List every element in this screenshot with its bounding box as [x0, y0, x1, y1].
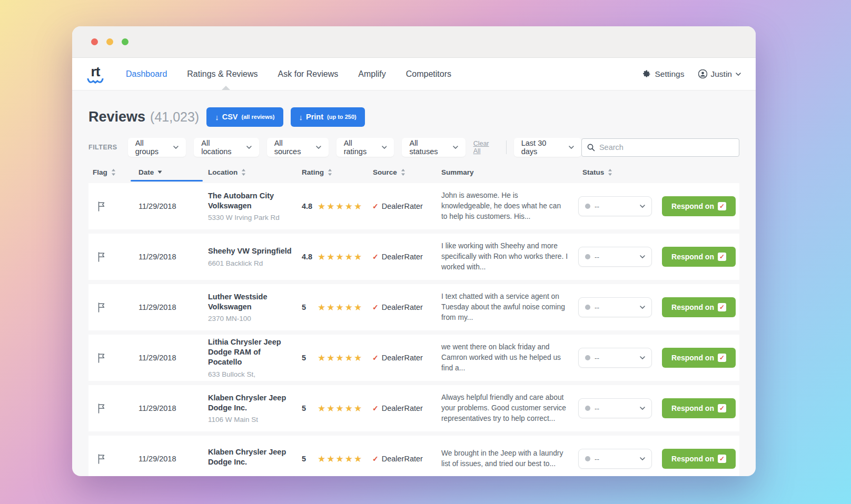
review-summary[interactable]: I like working with Sheehy and more spec…: [437, 241, 578, 273]
dealerrater-checkbox-icon: ✓: [718, 303, 726, 311]
flag-cell[interactable]: [88, 353, 131, 363]
reviews-count: (41,023): [150, 109, 199, 125]
flag-cell[interactable]: [88, 404, 131, 414]
respond-button[interactable]: Respond on ✓: [662, 196, 736, 216]
status-dropdown[interactable]: --: [578, 297, 652, 317]
date-range-filter[interactable]: Last 30 days: [514, 138, 581, 157]
nav-item-ratings-reviews[interactable]: Ratings & Reviews: [187, 69, 258, 79]
nav-item-ask-for-reviews[interactable]: Ask for Reviews: [278, 69, 339, 79]
flag-cell[interactable]: [88, 252, 131, 262]
respond-button[interactable]: Respond on ✓: [662, 247, 736, 267]
review-date: 11/29/2018: [131, 202, 203, 210]
export-csv-button[interactable]: ↓ CSV (all reviews): [206, 107, 283, 127]
status-dropdown[interactable]: --: [578, 247, 652, 267]
user-menu[interactable]: Justin: [698, 69, 741, 79]
filter-all-statuses[interactable]: All statuses: [402, 138, 465, 157]
status-cell: --: [578, 398, 657, 418]
column-label: Flag: [93, 168, 107, 176]
rating-value: 5: [302, 455, 314, 463]
status-dropdown[interactable]: --: [578, 348, 652, 368]
nav-item-dashboard[interactable]: Dashboard: [126, 69, 167, 79]
sort-icon: [328, 169, 332, 176]
download-icon: ↓: [299, 113, 303, 122]
status-dot-icon: [585, 406, 590, 411]
review-date: 11/29/2018: [131, 404, 203, 412]
print-button[interactable]: ↓ Print (up to 250): [291, 107, 365, 127]
close-window-button[interactable]: [91, 38, 98, 45]
chevron-down-icon: [246, 146, 252, 149]
review-summary[interactable]: we went there on black friday and Camron…: [437, 342, 578, 374]
column-label: Summary: [441, 168, 474, 176]
filter-all-groups[interactable]: All groups: [128, 138, 186, 157]
dealerrater-checkbox-icon: ✓: [718, 455, 726, 463]
filter-all-sources[interactable]: All sources: [267, 138, 329, 157]
rating-value: 5: [302, 354, 314, 362]
chevron-down-icon: [640, 407, 645, 410]
rating-value: 5: [302, 303, 314, 311]
nav-item-amplify[interactable]: Amplify: [358, 69, 385, 79]
location-name[interactable]: Sheehy VW Springfield: [208, 246, 292, 256]
search-input[interactable]: [599, 143, 734, 152]
dealerrater-checkbox-icon: ✓: [718, 354, 726, 362]
status-dot-icon: [585, 305, 590, 310]
respond-cell: Respond on ✓: [657, 247, 739, 267]
rating-cell: 5 ★★★★★: [298, 352, 369, 364]
flag-cell[interactable]: [88, 454, 131, 464]
review-summary[interactable]: John is awesome. He is knowledgeable, he…: [437, 190, 578, 222]
respond-button[interactable]: Respond on ✓: [662, 297, 736, 317]
location-name[interactable]: Lithia Chrysler Jeep Dodge RAM of Pocate…: [208, 337, 292, 367]
review-summary[interactable]: I text chatted with a service agent on T…: [437, 291, 578, 323]
respond-button-label: Respond on: [671, 354, 714, 362]
respond-button[interactable]: Respond on ✓: [662, 449, 736, 469]
filter-all-locations[interactable]: All locations: [194, 138, 259, 157]
divider: [506, 140, 507, 154]
location-cell: Klaben Chrysler Jeep Dodge Inc. 1106 W M…: [203, 393, 298, 424]
minimize-window-button[interactable]: [106, 38, 113, 45]
respond-button[interactable]: Respond on ✓: [662, 398, 736, 418]
review-summary[interactable]: Always helpful friendly and care about y…: [437, 392, 578, 424]
column-header-source[interactable]: Source: [369, 168, 437, 176]
column-header-date[interactable]: Date: [131, 168, 203, 176]
chevron-down-icon: [453, 146, 458, 149]
settings-button[interactable]: Settings: [642, 69, 684, 79]
location-name[interactable]: The Autobarn City Volkswagen: [208, 191, 292, 211]
column-header-status[interactable]: Status: [578, 168, 657, 176]
filter-label: All locations: [201, 139, 241, 156]
review-summary[interactable]: We brought in the Jeep with a laundry li…: [437, 448, 578, 469]
clear-all-link[interactable]: Clear All: [473, 140, 498, 155]
status-dropdown[interactable]: --: [578, 398, 652, 418]
respond-button[interactable]: Respond on ✓: [662, 348, 736, 368]
location-address: 2370 MN-100: [208, 315, 292, 322]
location-cell: Klaben Chrysler Jeep Dodge Inc.: [203, 447, 298, 470]
zoom-window-button[interactable]: [122, 38, 128, 45]
chevron-down-icon: [640, 306, 645, 309]
status-value: --: [595, 354, 636, 362]
review-date: 11/29/2018: [131, 354, 203, 362]
star-rating: ★★★★★: [318, 453, 363, 465]
flag-icon: [97, 404, 106, 414]
nav-item-competitors[interactable]: Competitors: [406, 69, 451, 79]
flag-cell[interactable]: [88, 201, 131, 211]
source-check-icon: ✓: [372, 354, 379, 362]
source-cell: ✓ DealerRater: [369, 354, 437, 362]
respond-cell: Respond on ✓: [657, 196, 739, 216]
location-name[interactable]: Klaben Chrysler Jeep Dodge Inc.: [208, 447, 292, 467]
respond-button-label: Respond on: [671, 455, 714, 463]
location-name[interactable]: Luther Westside Volkswagen: [208, 292, 292, 312]
flag-cell[interactable]: [88, 303, 131, 313]
source-cell: ✓ DealerRater: [369, 455, 437, 463]
column-header-location[interactable]: Location: [203, 168, 298, 176]
location-name[interactable]: Klaben Chrysler Jeep Dodge Inc.: [208, 393, 292, 413]
column-header-rating[interactable]: Rating: [298, 168, 369, 176]
column-label: Status: [582, 168, 604, 176]
gear-icon: [642, 70, 651, 78]
csv-button-note: (all reviews): [242, 114, 275, 120]
sort-icon: [241, 169, 246, 176]
status-dropdown[interactable]: --: [578, 449, 652, 469]
source-cell: ✓ DealerRater: [369, 303, 437, 311]
reviewtrackers-logo[interactable]: rt: [87, 65, 104, 84]
column-header-flag[interactable]: Flag: [88, 168, 131, 176]
status-dropdown[interactable]: --: [578, 196, 652, 216]
source-name: DealerRater: [382, 455, 423, 463]
filter-all-ratings[interactable]: All ratings: [337, 138, 394, 157]
